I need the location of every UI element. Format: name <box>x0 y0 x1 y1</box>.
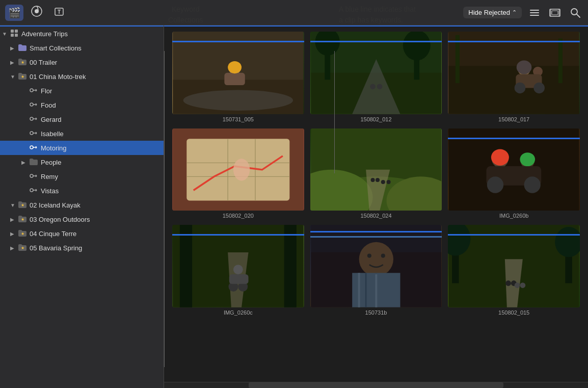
titles-button[interactable]: T <box>50 5 68 21</box>
clip-label: 150731b <box>310 309 442 316</box>
toolbar-right: Hide Rejected ⌃ <box>168 6 583 20</box>
svg-rect-13 <box>11 30 14 33</box>
clip-item[interactable]: IMG_0260c <box>172 225 304 316</box>
svg-point-96 <box>520 152 536 166</box>
filmstrip-view-button[interactable] <box>547 6 563 20</box>
keyword-blue-line-2 <box>310 236 442 238</box>
sidebar-item-04-cinque[interactable]: ▶ ★ 04 Cinque Terre <box>0 226 164 241</box>
05-bavaria-label: 05 Bavaria Spring <box>30 244 82 252</box>
sidebar-item-smart-collections[interactable]: ▶ Smart Collections <box>0 41 164 55</box>
clip-label: IMG_0260c <box>172 309 304 316</box>
svg-text:★: ★ <box>21 231 24 236</box>
toolbar: 🎬 T <box>0 0 588 25</box>
flor-label: Flor <box>41 87 52 95</box>
keyword-icon-gerard <box>30 115 38 124</box>
svg-point-62 <box>403 32 431 61</box>
svg-rect-14 <box>15 30 18 33</box>
sidebar-item-remy[interactable]: Remy <box>0 169 164 184</box>
svg-point-23 <box>30 103 33 106</box>
clip-item[interactable]: 150731_005 <box>172 32 304 122</box>
sidebar-item-05-bavaria[interactable]: ▶ ★ 05 Bavaria Spring <box>0 241 164 255</box>
sidebar-item-motoring[interactable]: Motoring <box>0 141 164 155</box>
svg-point-125 <box>515 282 520 288</box>
clip-item[interactable]: 150802_015 <box>448 225 580 316</box>
sidebar-item-00-trailer[interactable]: ▶ ★ 00 Trailer <box>0 55 164 69</box>
libraries-icon: 🎬 <box>8 7 21 19</box>
star-folder-icon-bavaria: ★ <box>18 244 26 252</box>
clip-item[interactable]: 150802_020 <box>172 128 304 219</box>
svg-rect-4 <box>530 10 539 11</box>
list-view-button[interactable] <box>527 6 542 20</box>
vistas-label: Vistas <box>41 187 59 195</box>
svg-point-11 <box>571 9 577 15</box>
keyword-icon-flor <box>30 86 38 96</box>
folder-icon-people <box>30 158 38 167</box>
keyword-icon-vistas <box>30 186 38 196</box>
app-container: 🎬 T <box>0 0 588 388</box>
clip-label: 150731_005 <box>172 116 304 122</box>
svg-point-64 <box>370 84 376 89</box>
people-label: People <box>41 159 61 166</box>
svg-rect-106 <box>229 274 249 284</box>
sidebar-item-food[interactable]: Food <box>0 98 164 112</box>
00-trailer-label: 00 Trailer <box>30 59 57 66</box>
sidebar-item-isabelle[interactable]: Isabelle <box>0 126 164 141</box>
keyword-icon-remy <box>30 172 38 182</box>
hide-rejected-button[interactable]: Hide Rejected ⌃ <box>463 7 522 18</box>
clip-item[interactable]: 150802_017 <box>448 32 580 122</box>
sidebar-item-flor[interactable]: Flor <box>0 84 164 98</box>
svg-point-31 <box>30 132 33 135</box>
clip-label: 150802_020 <box>172 213 304 219</box>
sidebar-item-people[interactable]: ▶ People <box>0 155 164 169</box>
svg-text:★: ★ <box>21 74 24 79</box>
svg-rect-10 <box>552 11 558 15</box>
libraries-button[interactable]: 🎬 <box>5 5 23 21</box>
star-folder-icon-oregon: ★ <box>18 215 26 224</box>
svg-rect-102 <box>284 225 297 307</box>
sidebar-item-vistas[interactable]: Vistas <box>0 184 164 198</box>
search-button[interactable] <box>568 6 583 20</box>
svg-point-126 <box>520 282 526 288</box>
keyword-blue-line <box>172 41 304 42</box>
arrow-01-china: ▼ <box>10 74 17 80</box>
svg-point-89 <box>376 178 380 182</box>
clip-thumbnail <box>310 128 442 211</box>
svg-text:★: ★ <box>21 60 24 65</box>
svg-point-91 <box>386 180 390 184</box>
sidebar-item-03-oregon[interactable]: ▶ ★ 03 Oregon Outdoors <box>0 212 164 226</box>
keyword-blue-line <box>448 138 580 139</box>
svg-point-90 <box>381 180 385 184</box>
02-iceland-label: 02 Iceland Kayak <box>30 201 81 209</box>
clip-item[interactable]: 150802_012 <box>310 32 442 122</box>
svg-point-19 <box>30 89 33 92</box>
arrow-04-cinque: ▶ <box>10 231 17 237</box>
svg-point-115 <box>367 254 371 258</box>
clip-label: 150802_015 <box>448 309 580 316</box>
clip-item[interactable]: IMG_0260b <box>448 128 580 219</box>
grid-icon <box>10 29 18 39</box>
svg-point-39 <box>30 174 33 177</box>
music-button[interactable] <box>28 5 46 21</box>
clip-item[interactable]: 150802_024 <box>310 128 442 219</box>
svg-rect-55 <box>224 73 245 85</box>
clip-label: IMG_0260b <box>448 213 580 219</box>
svg-rect-15 <box>11 34 14 37</box>
keyword-blue-line <box>172 234 304 236</box>
svg-point-107 <box>233 265 243 274</box>
sidebar-item-02-iceland[interactable]: ▼ ★ 02 Iceland Kayak <box>0 198 164 212</box>
clip-item[interactable]: 150731b <box>310 225 442 316</box>
keyword-blue-line <box>448 234 580 236</box>
arrow-adventure-trips: ▼ <box>2 31 9 37</box>
clip-thumbnail <box>172 225 304 307</box>
sidebar-item-gerard[interactable]: Gerard <box>0 112 164 126</box>
sidebar-item-01-china[interactable]: ▼ ★ 01 China Moto-trek <box>0 69 164 84</box>
smart-collections-label: Smart Collections <box>30 44 82 52</box>
svg-point-56 <box>228 61 242 73</box>
svg-rect-16 <box>15 34 18 37</box>
clip-thumbnail <box>448 32 580 114</box>
svg-rect-8 <box>550 9 551 16</box>
food-label: Food <box>41 101 56 109</box>
horizontal-scrollbar[interactable] <box>164 382 588 388</box>
remy-label: Remy <box>41 173 58 180</box>
sidebar-item-adventure-trips[interactable]: ▼ Adventure Trips <box>0 27 164 41</box>
